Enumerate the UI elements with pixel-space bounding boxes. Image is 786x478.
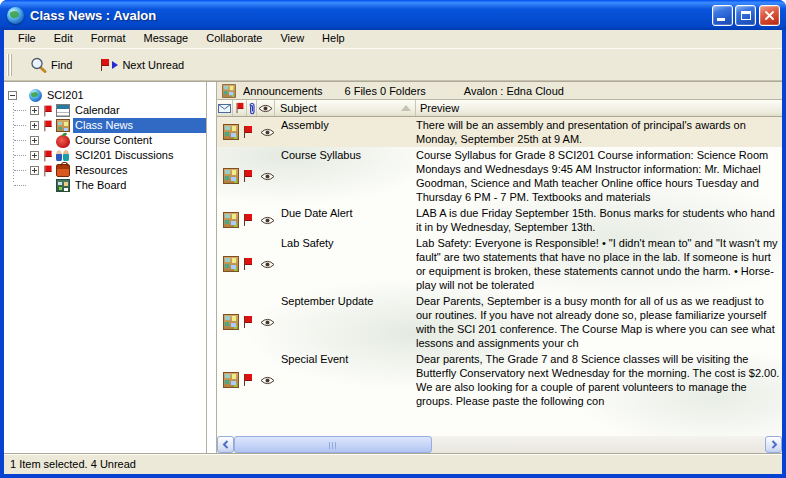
close-button[interactable] [759,5,780,26]
message-preview: There will be an assembly and presentati… [416,118,782,146]
tree-item[interactable]: Course Content [4,133,206,148]
conference-info-bar: Announcements 6 Files 0 Folders Avalon :… [217,82,782,100]
horizontal-scrollbar [217,436,782,453]
tree-root-sci201[interactable]: SCI201 [4,88,206,103]
conference-title: Announcements [243,85,323,97]
next-unread-label: Next Unread [122,59,184,71]
menu-item[interactable]: Message [135,30,198,48]
tree-item[interactable]: The Board [4,178,206,193]
eye-icon [260,318,275,327]
main-area: SCI201 Calendar Class News [4,81,782,453]
unread-flag-icon [243,258,253,270]
message-row[interactable]: Assembly There will be an assembly and p… [217,117,782,147]
window-title: Class News : Avalon [30,8,708,23]
next-arrow-icon [112,61,118,69]
preview-column-label: Preview [420,102,459,114]
message-icon [223,256,239,272]
news-icon [56,119,70,132]
chevron-left-icon [222,440,230,449]
menu-item[interactable]: Help [313,30,354,48]
app-window: Class News : Avalon FileEditFormatMessag… [0,0,786,478]
expand-icon[interactable] [30,136,39,145]
menu-item[interactable]: File [9,30,45,48]
status-text: 1 Item selected. 4 Unread [10,458,136,470]
message-preview: Lab Safety: Everyone is Responsible! • "… [416,236,782,292]
menu-bar: FileEditFormatMessageCollaborateViewHelp [4,30,782,48]
tree-item-label: Calendar [73,103,206,118]
message-subject: Special Event [281,352,416,366]
message-type-column-header[interactable] [217,100,233,116]
chevron-right-icon [770,440,778,449]
tree-item[interactable]: Calendar [4,103,206,118]
message-row[interactable]: Due Date Alert LAB A is due Friday Septe… [217,205,782,235]
message-row[interactable]: Course Syllabus Course Syllabus for Grad… [217,147,782,205]
app-globe-icon [7,7,24,24]
eye-icon [260,216,275,225]
expand-icon[interactable] [30,166,39,175]
course-icon [56,135,70,148]
unread-flag-icon [243,126,253,138]
calendar-icon [56,104,70,117]
message-preview: Course Syllabus for Grade 8 SCI201 Cours… [416,148,782,204]
menu-item[interactable]: View [271,30,313,48]
scroll-right-button[interactable] [765,436,782,453]
unread-flag-icon [243,374,253,386]
toolbar-grip[interactable] [7,54,13,76]
expand-icon[interactable] [30,121,39,130]
maximize-button[interactable] [735,5,756,26]
scroll-left-button[interactable] [217,436,234,453]
tree-item[interactable]: Class News [4,118,206,133]
viewed-column-header[interactable] [257,100,275,116]
message-list: Assembly There will be an assembly and p… [217,117,782,436]
tree-item-label: The Board [73,178,206,193]
tree-item-label: Resources [73,163,206,178]
eye-icon [260,376,275,385]
toolbar: Find Next Unread [4,48,782,81]
expand-icon[interactable] [30,151,39,160]
scrollbar-track[interactable] [234,436,765,453]
message-subject: Course Syllabus [281,148,416,162]
envelope-icon [218,104,231,113]
unread-flag-icon [44,165,53,176]
attachment-column-header[interactable] [247,100,257,116]
expand-icon[interactable] [30,106,39,115]
unread-flag-icon [44,120,53,131]
flag-icon [235,103,244,113]
folder-tree: SCI201 Calendar Class News [4,82,207,454]
message-row[interactable]: Special Event Dear parents, The Grade 7 … [217,351,782,409]
menu-item[interactable]: Collaborate [197,30,271,48]
message-preview: Dear parents, The Grade 7 and 8 Science … [416,352,782,408]
unread-flag-icon [243,316,253,328]
menu-item[interactable]: Edit [45,30,82,48]
tree-item-label: Course Content [73,133,206,148]
discussions-icon [56,149,70,162]
eye-icon [260,172,275,181]
server-info: Avalon : Edna Cloud [464,85,564,97]
eye-icon [258,104,273,113]
window-controls [712,5,780,26]
message-icon [223,124,239,140]
message-row[interactable]: September Update Dear Parents, September… [217,293,782,351]
scrollbar-thumb[interactable] [234,436,432,453]
collapse-icon[interactable] [8,91,17,100]
subject-column-header[interactable]: Subject [275,100,416,116]
titlebar[interactable]: Class News : Avalon [0,0,786,30]
next-unread-button[interactable]: Next Unread [93,55,191,75]
panel-splitter[interactable] [208,82,217,454]
messages-panel: Announcements 6 Files 0 Folders Avalon :… [217,82,782,453]
tree-item-label: Class News [73,118,206,133]
tree-item[interactable]: SCI201 Discussions [4,148,206,163]
flag-column-header[interactable] [233,100,247,116]
eye-icon [260,128,275,137]
message-row[interactable]: Lab Safety Lab Safety: Everyone is Respo… [217,235,782,293]
board-icon [56,179,70,192]
unread-flag-icon [44,105,53,116]
message-icon [223,314,239,330]
tree-item[interactable]: Resources [4,163,206,178]
find-button[interactable]: Find [23,53,79,77]
menu-item[interactable]: Format [82,30,135,48]
minimize-button[interactable] [712,5,733,26]
preview-column-header[interactable]: Preview [416,100,782,116]
unread-flag-icon [243,214,253,226]
message-subject: September Update [281,294,416,308]
